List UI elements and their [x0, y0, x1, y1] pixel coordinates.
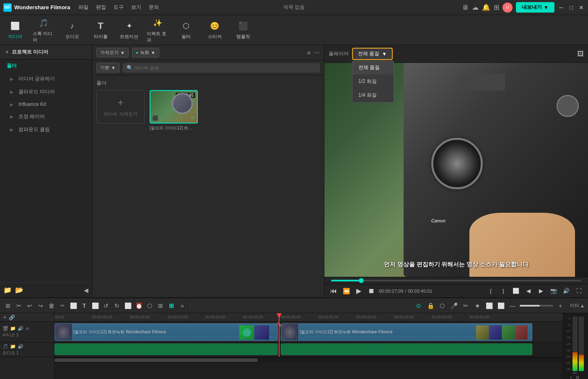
tl-redo-btn[interactable]: ↪	[36, 302, 45, 309]
tl-rotate-left-btn[interactable]: ↺	[101, 302, 111, 309]
fullscreen-button[interactable]: ⛶	[574, 288, 584, 294]
toolbar-effects[interactable]: ✨ 이펙트 효과	[147, 17, 168, 43]
clip-to-timeline-button[interactable]: ⬜	[511, 288, 521, 294]
add-media-button[interactable]: + 미디어 가져오기	[96, 90, 145, 124]
toolbar-filter[interactable]: ⬡ 필터	[175, 20, 197, 40]
quality-option-quarter[interactable]: 1/4 화질	[352, 88, 394, 102]
audio-lock-icon[interactable]: 📁	[10, 344, 16, 349]
media-search-bar[interactable]: 🔍	[123, 63, 320, 72]
panel-collapse-icon[interactable]: ▼	[5, 50, 9, 54]
preview-progress-bar[interactable]	[331, 280, 581, 281]
screenshot-icon[interactable]: 🖼	[577, 50, 584, 58]
next-clip-button[interactable]: ▶	[536, 288, 546, 294]
tl-cut-btn[interactable]: ✂	[58, 303, 67, 309]
export-button[interactable]: 내보내기 ▼	[516, 2, 554, 13]
menu-file[interactable]: 파일	[78, 4, 88, 11]
audio-clip-2[interactable]	[281, 343, 532, 355]
link-icon[interactable]: 🔗	[9, 315, 15, 320]
folder-remove-icon[interactable]: 📂	[15, 286, 23, 294]
zoom-slider[interactable]	[520, 305, 553, 307]
toolbar-audio[interactable]: ♪ 오디오	[61, 20, 83, 40]
video-clip-2[interactable]: [필모라 가이드12] 화면녹화 Wondershare Filmora	[281, 323, 532, 341]
tl-trim-btn[interactable]: ⬜	[123, 302, 132, 309]
audio-speaker-icon[interactable]: 🔊	[18, 344, 23, 349]
tl-bg-btn[interactable]: ⬜	[484, 302, 494, 309]
toolbar-stock-media[interactable]: 🎵 스톡 미디어	[33, 17, 54, 43]
monitor-icon[interactable]: 🖥	[462, 4, 469, 11]
tl-magnet-btn[interactable]: 🔒	[426, 302, 435, 309]
progress-thumb[interactable]	[359, 278, 364, 283]
timeline-scrollbar[interactable]	[54, 357, 563, 362]
filter-media-icon[interactable]: ≡	[307, 49, 311, 56]
import-dropdown[interactable]: 가져오기 ▼	[96, 48, 129, 57]
add-track-icon[interactable]: +	[3, 315, 6, 320]
minimize-button[interactable]: ─	[558, 4, 565, 11]
menu-edit[interactable]: 편집	[96, 4, 106, 11]
tl-timer-btn[interactable]: ⏰	[134, 302, 143, 309]
menu-help[interactable]: 문의	[149, 4, 159, 11]
tl-undo-btn[interactable]: ↩	[25, 302, 34, 309]
tl-mic-btn[interactable]: 🎤	[449, 302, 458, 309]
grid-icon[interactable]: ⊞	[494, 3, 499, 11]
video-lock-icon[interactable]: 📁	[10, 326, 16, 331]
tl-rotate-right-btn[interactable]: ↻	[112, 302, 122, 309]
volume-button[interactable]: 🔊	[561, 288, 571, 294]
sidebar-item-compound[interactable]: ▶ 컴파운드 클립	[0, 123, 92, 136]
quality-option-full[interactable]: 전체 품질	[352, 61, 394, 75]
sidebar-item-adjust[interactable]: ▶ 조정 레이어	[0, 110, 92, 123]
tl-multi-btn[interactable]: ⊞	[167, 302, 176, 309]
tl-merge-btn[interactable]: ⊞	[156, 302, 165, 309]
prev-frame-button[interactable]: ⏮	[329, 287, 339, 295]
tl-star-btn[interactable]: ★	[473, 302, 482, 309]
scrollbar-thumb[interactable]	[54, 358, 258, 362]
quality-button[interactable]: 전체 품질 ▼	[352, 48, 393, 60]
tl-razor-btn[interactable]: ✂	[14, 302, 23, 309]
toolbar-media[interactable]: ⬜ 미디어	[4, 20, 26, 40]
view-dropdown[interactable]: 기본 ▼	[96, 63, 119, 72]
media-search-input[interactable]	[135, 65, 316, 70]
tl-more-btn[interactable]: »	[178, 302, 187, 309]
tl-expand-btn[interactable]: ⬜	[496, 302, 505, 309]
quality-option-half[interactable]: 1/2 화질	[352, 75, 394, 88]
video-clip-1[interactable]: [필모라 가이드12] 화면녹화 Wondershare Filmora	[54, 323, 278, 341]
prev-clip-button[interactable]: ◀	[523, 288, 534, 294]
record-dropdown[interactable]: ● 녹화 ▼	[132, 48, 159, 57]
toolbar-sticker[interactable]: 😊 스티커	[204, 20, 225, 40]
rewind-button[interactable]: ⏪	[341, 288, 351, 294]
media-item-clip1[interactable]: 00:03:45 ✓ ⬛ [필모라 가이드12] 화...	[150, 90, 198, 131]
tl-snap-btn[interactable]: ⊙	[414, 302, 423, 309]
bell-icon[interactable]: 🔔	[482, 3, 490, 11]
mark-out-button[interactable]: }	[498, 288, 508, 294]
menu-view[interactable]: 보기	[131, 4, 141, 11]
toolbar-template[interactable]: ⬛ 템플릿	[232, 20, 254, 40]
toolbar-transitions[interactable]: ✦ 트랜지션	[118, 20, 140, 40]
maximize-button[interactable]: □	[568, 4, 575, 11]
tl-minus-zoom-btn[interactable]: —	[508, 302, 517, 309]
tl-delete-btn[interactable]: 🗑	[47, 302, 56, 309]
tl-grid-btn[interactable]: ⊞	[3, 302, 13, 309]
menu-tools[interactable]: 도구	[114, 4, 124, 11]
tl-crop-btn[interactable]: ⬜	[69, 302, 78, 309]
tl-text-btn[interactable]: T	[80, 302, 89, 309]
mark-in-button[interactable]: {	[486, 288, 496, 294]
screenshot-button[interactable]: 📷	[549, 288, 559, 294]
stop-button[interactable]: ⏹	[366, 287, 376, 295]
play-button[interactable]: ▶	[354, 287, 364, 295]
audio-clip-1[interactable]	[54, 343, 278, 355]
tl-mark-btn[interactable]: ✂	[461, 302, 470, 309]
tl-plus-zoom-btn[interactable]: +	[556, 302, 565, 309]
close-button[interactable]: ✕	[578, 4, 585, 11]
video-eye-icon[interactable]: 👁	[25, 326, 30, 331]
tl-effect-btn[interactable]: ⬡	[145, 302, 154, 309]
quality-dropdown[interactable]: 전체 품질 ▼ 전체 품질 1/2 화질 1/4 화질	[352, 48, 393, 60]
sidebar-item-folder[interactable]: 폴더	[0, 59, 92, 72]
user-avatar[interactable]: U	[503, 3, 513, 13]
panel-collapse-left-icon[interactable]: ◀	[84, 287, 88, 294]
sidebar-item-share[interactable]: ▶ 미디어 공유하기	[0, 72, 92, 85]
more-options-icon[interactable]: ⋯	[314, 49, 320, 56]
folder-add-icon[interactable]: 📁	[3, 286, 12, 294]
tl-audio-btn[interactable]: ⬡	[438, 302, 447, 309]
tl-rect-btn[interactable]: ⬜	[91, 302, 100, 309]
sidebar-item-influence-kit[interactable]: ▶ Influence Kit	[0, 98, 92, 110]
cloud-icon[interactable]: ☁	[472, 3, 479, 11]
